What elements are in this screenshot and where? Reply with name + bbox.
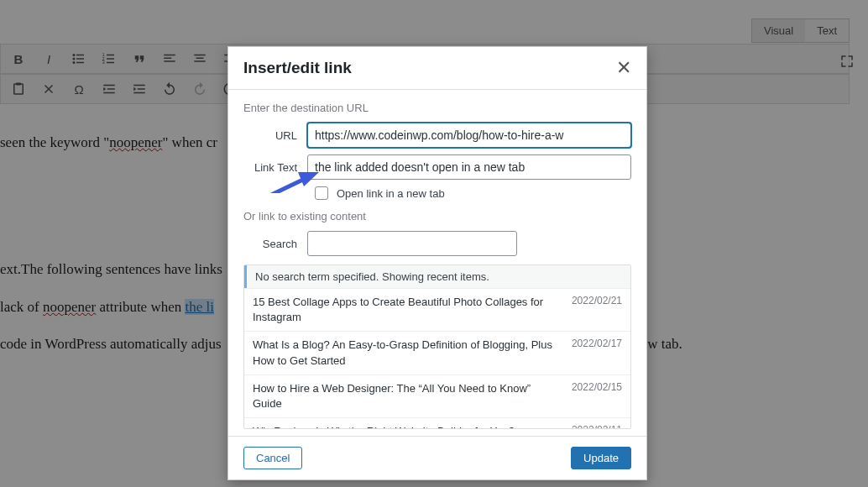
modal-footer: Cancel Update [228,436,646,479]
result-date: 2022/02/17 [572,338,622,349]
result-title: What Is a Blog? An Easy-to-Grasp Definit… [253,338,562,368]
result-date: 2022/02/11 [572,424,622,429]
help-text: Enter the destination URL [243,102,631,114]
result-title: 15 Best Collage Apps to Create Beautiful… [253,295,562,325]
result-title: How to Hire a Web Designer: The “All You… [253,381,562,411]
results-header: No search term specified. Showing recent… [244,265,630,288]
search-input[interactable] [307,231,517,256]
url-label: URL [243,129,307,142]
or-link-text: Or link to existing content [243,210,631,223]
result-item[interactable]: Wix Review: Is Wix the Right Website Bui… [244,417,630,429]
newtab-label: Open link in a new tab [337,187,445,200]
cancel-button[interactable]: Cancel [243,447,302,469]
modal-body: Enter the destination URL URL Link Text … [228,90,646,436]
close-icon[interactable]: ✕ [616,59,631,77]
insert-link-modal: Insert/edit link ✕ Enter the destination… [227,46,647,480]
linktext-input[interactable] [307,154,631,180]
result-item[interactable]: What Is a Blog? An Easy-to-Grasp Definit… [244,331,630,374]
update-button[interactable]: Update [571,447,631,469]
results-list: No search term specified. Showing recent… [243,264,631,429]
modal-title: Insert/edit link [243,59,352,77]
result-title: Wix Review: Is Wix the Right Website Bui… [253,424,562,429]
result-date: 2022/02/15 [572,381,622,393]
search-label: Search [243,238,307,250]
url-input[interactable] [307,123,631,148]
result-item[interactable]: 15 Best Collage Apps to Create Beautiful… [244,288,630,331]
modal-header: Insert/edit link ✕ [228,47,646,90]
newtab-checkbox[interactable] [315,186,328,200]
result-date: 2022/02/21 [572,295,622,306]
result-item[interactable]: How to Hire a Web Designer: The “All You… [244,374,630,417]
linktext-label: Link Text [243,161,307,174]
